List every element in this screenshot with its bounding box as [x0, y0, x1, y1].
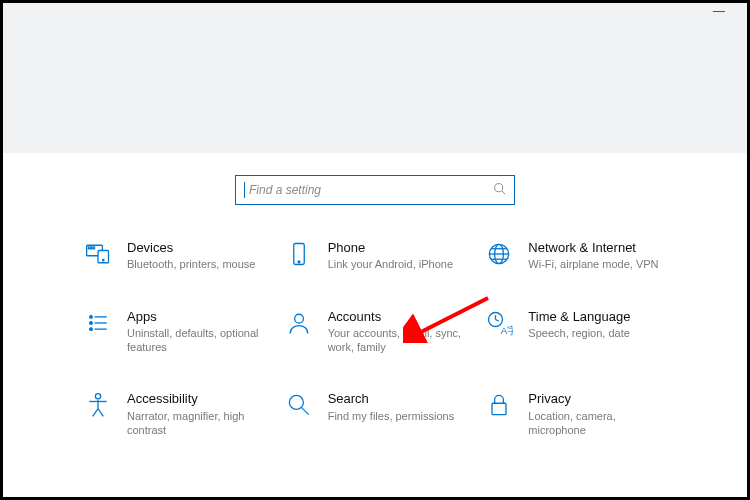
tile-accounts[interactable]: Accounts Your accounts, email, sync, wor… [284, 308, 467, 355]
accessibility-icon [83, 390, 113, 420]
tile-title: Apps [127, 309, 266, 325]
tile-title: Privacy [528, 391, 667, 407]
svg-point-25 [95, 394, 100, 399]
tile-title: Accounts [328, 309, 467, 325]
time-language-icon: A字 [484, 308, 514, 338]
tile-desc: Find my files, permissions [328, 409, 455, 423]
svg-point-14 [90, 315, 93, 318]
search-input[interactable] [249, 183, 493, 197]
svg-point-20 [294, 314, 303, 323]
svg-point-30 [289, 396, 303, 410]
header-blank-area [3, 3, 747, 153]
svg-rect-6 [92, 247, 95, 249]
globe-icon [484, 239, 514, 269]
tile-title: Devices [127, 240, 255, 256]
tile-title: Search [328, 391, 455, 407]
tile-desc: Uninstall, defaults, optional features [127, 326, 266, 355]
find-a-setting-search[interactable] [235, 175, 515, 205]
tile-title: Accessibility [127, 391, 266, 407]
tile-title: Network & Internet [528, 240, 658, 256]
text-caret [244, 182, 245, 198]
tile-accessibility[interactable]: Accessibility Narrator, magnifier, high … [83, 390, 266, 437]
tile-phone[interactable]: Phone Link your Android, iPhone [284, 239, 467, 272]
svg-line-23 [496, 319, 500, 321]
tile-desc: Wi-Fi, airplane mode, VPN [528, 257, 658, 271]
tile-network[interactable]: Network & Internet Wi-Fi, airplane mode,… [484, 239, 667, 272]
tile-desc: Link your Android, iPhone [328, 257, 453, 271]
magnifier-icon [284, 390, 314, 420]
settings-home: Devices Bluetooth, printers, mouse Phone… [3, 175, 747, 457]
svg-point-8 [298, 261, 300, 263]
tile-desc: Speech, region, date [528, 326, 630, 340]
tile-desc: Location, camera, microphone [528, 409, 667, 438]
svg-point-0 [495, 184, 503, 192]
svg-text:A字: A字 [501, 324, 513, 335]
svg-line-31 [301, 408, 308, 415]
svg-rect-5 [88, 247, 91, 249]
apps-icon [83, 308, 113, 338]
settings-categories-grid: Devices Bluetooth, printers, mouse Phone… [83, 239, 667, 437]
phone-icon [284, 239, 314, 269]
svg-point-4 [103, 259, 104, 260]
svg-point-16 [90, 321, 93, 324]
svg-rect-32 [492, 404, 506, 415]
tile-desc: Your accounts, email, sync, work, family [328, 326, 467, 355]
tile-devices[interactable]: Devices Bluetooth, printers, mouse [83, 239, 266, 272]
tile-time-language[interactable]: A字 Time & Language Speech, region, date [484, 308, 667, 355]
svg-line-28 [93, 409, 98, 417]
tile-privacy[interactable]: Privacy Location, camera, microphone [484, 390, 667, 437]
devices-icon [83, 239, 113, 269]
svg-line-29 [98, 409, 103, 417]
search-icon [493, 181, 506, 199]
svg-line-1 [502, 191, 505, 194]
tile-title: Phone [328, 240, 453, 256]
tile-title: Time & Language [528, 309, 630, 325]
tile-search[interactable]: Search Find my files, permissions [284, 390, 467, 437]
tile-desc: Bluetooth, printers, mouse [127, 257, 255, 271]
person-icon [284, 308, 314, 338]
tile-apps[interactable]: Apps Uninstall, defaults, optional featu… [83, 308, 266, 355]
lock-icon [484, 390, 514, 420]
minimize-indicator [713, 11, 725, 12]
tile-desc: Narrator, magnifier, high contrast [127, 409, 266, 438]
svg-point-18 [90, 327, 93, 330]
